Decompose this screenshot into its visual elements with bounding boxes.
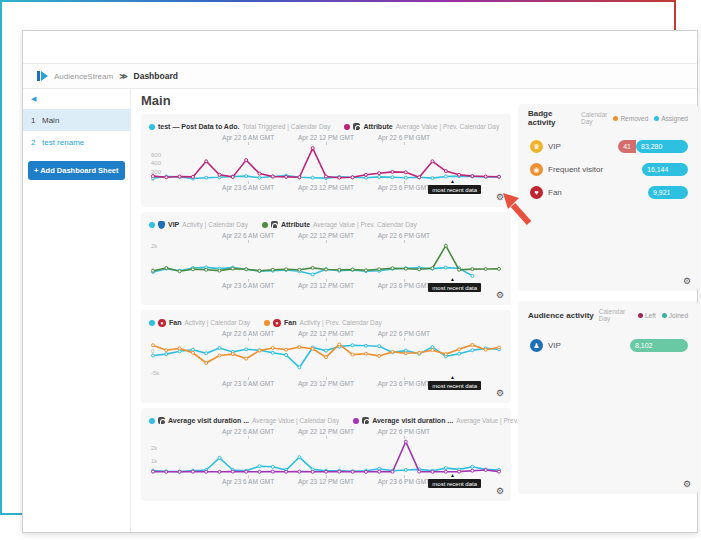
trophy-badge-icon: ♛ xyxy=(530,140,543,153)
add-dashboard-sheet-button[interactable]: + Add Dashboard Sheet xyxy=(28,161,125,180)
settings-gear-icon[interactable]: ⚙ xyxy=(496,487,504,496)
chart-panel-1: test — Post Data to Ado. Total Triggered… xyxy=(141,114,511,207)
series-dot-icon xyxy=(149,124,155,130)
audiencestream-logo-icon xyxy=(37,71,48,81)
x-axis-bottom: Apr 23 6 AM GMTApr 23 12 PM GMTApr 23 6 … xyxy=(149,379,503,391)
assigned-dot-icon xyxy=(654,116,659,121)
breadcrumb-brand[interactable]: AudienceStream xyxy=(54,72,113,81)
breadcrumb-page: Dashboard xyxy=(134,71,178,81)
audience-badge-icon: ♟ xyxy=(530,339,543,352)
most-recent-data-tooltip: most recent data xyxy=(428,479,481,488)
chart-plot[interactable]: 600 400 200 0 xyxy=(149,144,503,182)
x-axis-top: Apr 22 6 AM GMTApr 22 12 PM GMTApr 22 6 … xyxy=(149,329,503,339)
series-dot-icon xyxy=(149,418,155,424)
gauge-icon xyxy=(353,123,360,130)
x-axis-bottom: Apr 23 6 AM GMTApr 23 12 PM GMTApr 23 6 … xyxy=(149,281,503,293)
most-recent-marker-icon: ▲ xyxy=(450,276,455,282)
audience-row-vip: ♟ VIP 8,102 xyxy=(528,337,688,354)
audience-activity-panel: Audience activity Calendar Day Left Join… xyxy=(518,301,698,494)
sidebar-collapse-icon[interactable]: ◀ xyxy=(23,89,130,109)
page-title: Main xyxy=(141,93,518,108)
series-dot-icon xyxy=(264,320,270,326)
settings-gear-icon[interactable]: ⚙ xyxy=(496,291,504,300)
legend-removed: Removed xyxy=(613,115,648,122)
sidebar-item-label: Main xyxy=(42,116,59,125)
medal-badge-icon: ◉ xyxy=(530,163,543,176)
gauge-icon xyxy=(271,221,278,228)
most-recent-data-tooltip: most recent data xyxy=(428,185,481,194)
series-dot-icon xyxy=(149,222,155,228)
legend-entry[interactable]: Attribute Average Value | Prev. Calendar… xyxy=(344,123,499,130)
fan-badge-icon: ♥ xyxy=(158,319,166,327)
settings-gear-icon[interactable]: ⚙ xyxy=(683,480,691,489)
badge-row-frequent-visitor: ◉ Frequent visitor 16,144 xyxy=(528,161,688,178)
legend-left: Left xyxy=(638,312,656,319)
x-axis-top: Apr 22 6 AM GMTApr 22 12 PM GMTApr 22 6 … xyxy=(149,133,503,143)
legend-entry[interactable]: ♥ Fan Activity | Calendar Day xyxy=(149,319,250,327)
legend-entry[interactable]: Average visit duration ... Average Value… xyxy=(149,417,339,424)
joined-dot-icon xyxy=(662,313,667,318)
badge-activity-panel: Badge activity Calendar Day Removed Assi… xyxy=(518,104,698,291)
chart-legend: VIP Activity | Calendar Day Attribute Av… xyxy=(149,218,503,231)
removed-count-pill: 41 xyxy=(618,140,636,153)
x-axis-top: Apr 22 6 AM GMTApr 22 12 PM GMTApr 22 6 … xyxy=(149,231,503,241)
series-dot-icon xyxy=(353,418,359,424)
sidebar-item-main[interactable]: 1 Main xyxy=(23,109,130,131)
legend-entry[interactable]: test — Post Data to Ado. Total Triggered… xyxy=(149,123,330,130)
chart-panel-2: VIP Activity | Calendar Day Attribute Av… xyxy=(141,212,511,305)
right-column: Badge activity Calendar Day Removed Assi… xyxy=(518,89,698,532)
most-recent-marker-icon: ▲ xyxy=(450,374,455,380)
series-dot-icon xyxy=(344,124,350,130)
x-axis-top: Apr 22 6 AM GMTApr 22 12 PM GMTApr 22 6 … xyxy=(149,427,503,437)
most-recent-data-tooltip: most recent data xyxy=(428,283,481,292)
chart-panel-4: Average visit duration ... Average Value… xyxy=(141,408,511,501)
chart-legend: ♥ Fan Activity | Calendar Day ♥ Fan Acti… xyxy=(149,316,503,329)
chart-panel-3: ♥ Fan Activity | Calendar Day ♥ Fan Acti… xyxy=(141,310,511,403)
app-window: AudienceStream ≫ Dashboard ◀ 1 Main 2 te… xyxy=(22,30,698,533)
badge-row-fan: ♥ Fan 9,921 xyxy=(528,184,688,201)
assigned-count-pill: 83,280 xyxy=(636,140,688,153)
gauge-icon xyxy=(362,417,369,424)
removed-dot-icon xyxy=(613,116,618,121)
chart-legend: test — Post Data to Ado. Total Triggered… xyxy=(149,120,503,133)
chart-plot[interactable]: 0 -5k xyxy=(149,340,503,378)
audience-activity-title: Audience activity xyxy=(528,311,594,320)
legend-entry[interactable]: Attribute Average Value | Prev. Calendar… xyxy=(262,221,417,228)
legend-entry[interactable]: ♥ Fan Activity | Prev. Calendar Day xyxy=(264,319,382,327)
legend-joined: Joined xyxy=(662,312,688,319)
shield-icon xyxy=(158,221,165,229)
main-content: Main test — Post Data to Ado. Total Trig… xyxy=(131,89,518,532)
most-recent-data-tooltip: most recent data xyxy=(428,381,481,390)
most-recent-marker-icon: ▲ xyxy=(450,472,455,478)
gauge-icon xyxy=(158,417,165,424)
series-dot-icon xyxy=(149,320,155,326)
chart-plot[interactable]: 2k 0 xyxy=(149,242,503,280)
breadcrumb-separator-icon: ≫ xyxy=(119,72,127,81)
settings-gear-icon[interactable]: ⚙ xyxy=(496,193,504,202)
series-dot-icon xyxy=(262,222,268,228)
sidebar-item-label: test rename xyxy=(42,138,84,147)
legend-entry[interactable]: VIP Activity | Calendar Day xyxy=(149,221,248,229)
most-recent-marker-icon: ▲ xyxy=(450,178,455,184)
assigned-count-pill: 16,144 xyxy=(642,163,688,176)
top-navigation-bar: AudienceStream ≫ Dashboard xyxy=(23,63,697,89)
chart-plot[interactable]: 2k 1k xyxy=(149,438,503,476)
chart-legend: Average visit duration ... Average Value… xyxy=(149,414,503,427)
x-axis-bottom: Apr 23 6 AM GMTApr 23 12 PM GMTApr 23 6 … xyxy=(149,477,503,489)
fan-badge-icon: ♥ xyxy=(273,319,281,327)
sidebar-item-test-rename[interactable]: 2 test rename xyxy=(23,131,130,153)
settings-gear-icon[interactable]: ⚙ xyxy=(683,277,691,286)
settings-gear-icon[interactable]: ⚙ xyxy=(496,389,504,398)
badge-row-vip: ♛ VIP 41 83,280 xyxy=(528,138,688,155)
assigned-count-pill: 9,921 xyxy=(648,186,688,199)
heart-badge-icon: ♥ xyxy=(530,186,543,199)
dashboard-sidebar: ◀ 1 Main 2 test rename + Add Dashboard S… xyxy=(23,89,131,532)
joined-count-pill: 8,102 xyxy=(630,339,688,352)
legend-assigned: Assigned xyxy=(654,115,688,122)
x-axis-bottom: Apr 23 6 AM GMTApr 23 12 PM GMTApr 23 6 … xyxy=(149,183,503,195)
left-dot-icon xyxy=(638,313,643,318)
badge-activity-title: Badge activity xyxy=(528,109,576,127)
